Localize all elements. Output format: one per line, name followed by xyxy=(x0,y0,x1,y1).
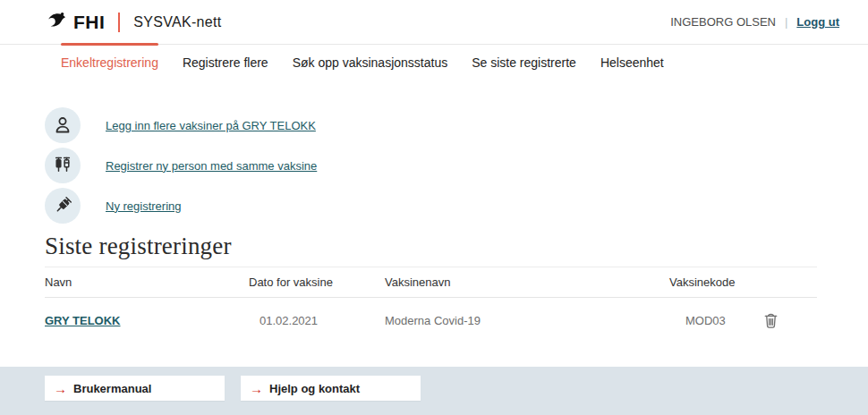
double-syringe-icon xyxy=(45,148,81,183)
user-manual-label: Brukermanual xyxy=(73,382,151,395)
user-name: INGEBORG OLSEN xyxy=(670,15,776,29)
column-header-actions xyxy=(761,275,817,291)
logout-link[interactable]: Logg ut xyxy=(796,15,839,29)
table-row: GRY TELOKK 01.02.2021 Moderna Covid-19 M… xyxy=(45,298,817,343)
trash-icon xyxy=(762,311,779,329)
cell-navn: GRY TELOKK xyxy=(45,302,249,339)
add-more-vaccines-link[interactable]: Legg inn flere vaksiner på GRY TELOKK xyxy=(106,119,316,132)
column-header-navn: Navn xyxy=(45,267,249,297)
column-header-vaksinenavn: Vaksinenavn xyxy=(385,267,669,297)
delete-registration-button[interactable] xyxy=(761,309,781,331)
cell-actions xyxy=(761,298,817,343)
arrow-right-icon: → xyxy=(250,382,263,395)
user-box: INGEBORG OLSEN | Logg ut xyxy=(670,15,839,29)
tab-helseenhet[interactable]: Helseenhet xyxy=(600,45,664,80)
cell-vaksinenavn: Moderna Covid-19 xyxy=(385,302,669,339)
register-same-vaccine-link[interactable]: Registrer ny person med samme vaksine xyxy=(106,159,317,173)
user-separator: | xyxy=(785,15,787,29)
brand-divider xyxy=(118,13,120,32)
sysvak-page: FHI SYSVAK-nett INGEBORG OLSEN | Logg ut… xyxy=(0,0,868,415)
help-contact-button[interactable]: → Hjelp og kontakt xyxy=(241,376,421,401)
registrations-table: Navn Dato for vaksine Vaksinenavn Vaksin… xyxy=(45,267,817,343)
main-nav: Enkeltregistrering Registrere flere Søk … xyxy=(0,45,868,80)
action-same-vaccine: Registrer ny person med samme vaksine xyxy=(45,148,868,183)
section-title: Siste registreringer xyxy=(45,233,868,260)
syringe-icon xyxy=(45,188,81,224)
tab-registrere-flere[interactable]: Registrere flere xyxy=(183,45,268,80)
brand: FHI SYSVAK-nett xyxy=(45,11,222,34)
help-contact-label: Hjelp og kontakt xyxy=(269,382,360,395)
column-header-vaksinekode: Vaksinekode xyxy=(669,267,761,297)
tab-sok-opp-vaksinasjonsstatus[interactable]: Søk opp vaksinasjonsstatus xyxy=(293,45,448,80)
app-header: FHI SYSVAK-nett INGEBORG OLSEN | Logg ut xyxy=(0,0,868,45)
tab-se-siste-registrerte[interactable]: Se siste registrerte xyxy=(472,45,576,80)
arrow-right-icon: → xyxy=(54,382,67,395)
tab-enkeltregistrering[interactable]: Enkeltregistrering xyxy=(61,45,158,80)
quick-actions: Legg inn flere vaksiner på GRY TELOKK Re… xyxy=(45,107,868,224)
table-header-row: Navn Dato for vaksine Vaksinenavn Vaksin… xyxy=(45,267,817,298)
action-new-registration: Ny registrering xyxy=(45,188,868,224)
footer-bar: → Brukermanual → Hjelp og kontakt xyxy=(0,367,868,415)
patient-name-link[interactable]: GRY TELOKK xyxy=(45,314,121,327)
user-manual-button[interactable]: → Brukermanual xyxy=(45,376,225,401)
fhi-logo-text: FHI xyxy=(73,12,105,33)
person-icon xyxy=(45,107,81,143)
action-add-more-vaccines: Legg inn flere vaksiner på GRY TELOKK xyxy=(45,107,868,143)
column-header-dato: Dato for vaksine xyxy=(249,267,385,297)
app-title: SYSVAK-nett xyxy=(133,14,221,30)
cell-dato: 01.02.2021 xyxy=(249,302,385,339)
fhi-bird-logo-icon xyxy=(45,11,68,34)
new-registration-link[interactable]: Ny registrering xyxy=(106,199,182,213)
cell-vaksinekode: MOD03 xyxy=(669,302,761,339)
